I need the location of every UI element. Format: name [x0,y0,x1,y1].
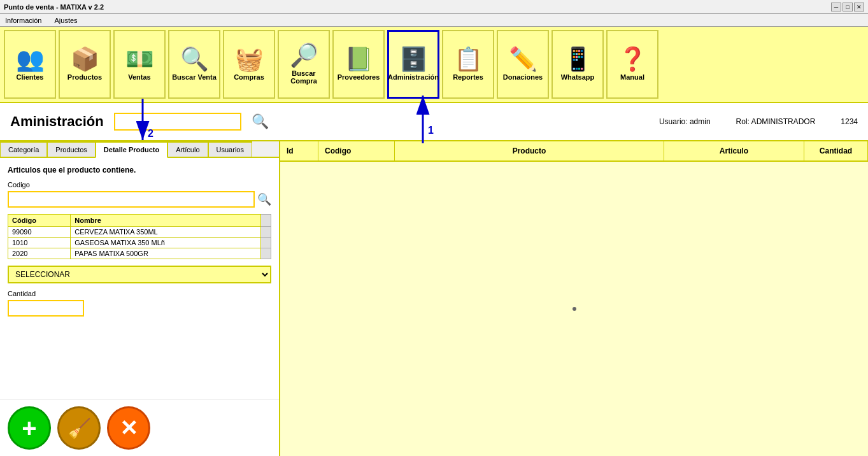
table-row[interactable]: 1010 GASEOSA MATIXA 350 MLñ [8,238,271,248]
add-icon: + [22,414,36,443]
ventas-icon: 💵 [125,48,154,71]
clean-icon: 🧹 [68,417,91,439]
cell-scroll [261,238,271,248]
cantidad-input[interactable] [8,300,84,317]
maximize-button[interactable]: □ [843,3,853,11]
menu-bar: Información Ajustes [0,14,868,27]
bottom-buttons: + 🧹 ✕ [0,399,279,456]
clean-button[interactable]: 🧹 [57,406,101,450]
cantidad-label: Cantidad [8,290,271,297]
add-button[interactable]: + [8,406,51,450]
main-content: Categoría Productos Detalle Producto Art… [0,141,868,456]
buscar-compra-icon: 🔎 [290,44,318,67]
proveedores-label: Proveedores [338,73,380,81]
col-header-nombre: Nombre [71,215,261,227]
cell-codigo: 99090 [8,227,71,238]
administracion-label: Administración [388,73,439,81]
empty-indicator [573,307,576,311]
proveedores-icon: 📗 [345,48,373,71]
toolbar-btn-proveedores[interactable]: 📗 Proveedores [332,30,385,99]
codigo-label: Codigo [8,181,271,189]
left-content: Articulos que el producto contiene. Codi… [0,158,279,399]
col-codigo: Codigo [318,141,395,160]
compras-icon: 🧺 [235,48,264,71]
manual-label: Manual [620,73,644,81]
codigo-input[interactable] [8,191,255,208]
cell-nombre: GASEOSA MATIXA 350 MLñ [71,238,261,248]
col-producto: Producto [395,141,664,160]
header-area: Aministración 🔍 Usuario: admin Rol: ADMI… [0,103,868,141]
col-header-codigo: Código [8,215,71,227]
col-articulo: Articulo [664,141,804,160]
menu-ajustes[interactable]: Ajustes [52,16,80,25]
donaciones-label: Donaciones [503,73,543,81]
section-title: Articulos que el producto contiene. [8,166,271,175]
toolbar-btn-donaciones[interactable]: ✏️ Donaciones [497,30,549,99]
user-code: 1234 [841,117,858,126]
col-cantidad: Cantidad [804,141,868,160]
whatsapp-label: Whatsapp [561,73,595,81]
col-id: Id [280,141,318,160]
right-body [280,162,868,456]
toolbar-btn-buscar-compra[interactable]: 🔎 Buscar Compra [278,30,330,99]
cell-codigo: 2020 [8,248,71,259]
productos-label: Productos [68,73,102,81]
menu-informacion[interactable]: Información [3,16,44,25]
header-search-icon[interactable]: 🔍 [252,113,269,130]
right-table-header: Id Codigo Producto Articulo Cantidad [280,141,868,162]
reportes-icon: 📋 [454,48,483,71]
table-row[interactable]: 2020 PAPAS MATIXA 500GR [8,248,271,259]
toolbar-btn-administracion[interactable]: 🗄️ Administración [387,30,439,99]
toolbar-btn-ventas[interactable]: 💵 Ventas [113,30,166,99]
cancel-icon: ✕ [120,415,138,441]
manual-icon: ❓ [618,48,647,71]
toolbar-btn-clientes[interactable]: 👥 Clientes [4,30,56,99]
toolbar-btn-reportes[interactable]: 📋 Reportes [442,30,494,99]
header-user-info: Usuario: admin Rol: ADMINISTRADOR 1234 [659,117,858,126]
administracion-icon: 🗄️ [399,48,428,71]
clientes-icon: 👥 [16,48,45,71]
buscar-venta-icon: 🔍 [180,48,209,71]
whatsapp-icon: 📱 [564,48,592,71]
compras-label: Compras [234,73,264,81]
toolbar-btn-compras[interactable]: 🧺 Compras [223,30,275,99]
tab-articulo[interactable]: Artículo [167,141,208,157]
table-row[interactable]: 99090 CERVEZA MATIXA 350ML [8,227,271,238]
window-controls[interactable]: ─ □ ✕ [831,3,864,11]
articulo-select[interactable]: SELECCIONAR [8,266,271,283]
tab-usuarios[interactable]: Usuarios [208,141,252,157]
codigo-search-button[interactable]: 🔍 [257,192,271,206]
close-button[interactable]: ✕ [854,3,864,11]
tab-detalle-producto[interactable]: Detalle Producto [96,141,167,158]
ventas-label: Ventas [128,73,150,81]
buscar-compra-label: Buscar Compra [281,69,326,85]
toolbar-btn-productos[interactable]: 📦 Productos [59,30,111,99]
cell-scroll [261,248,271,259]
app-title: Punto de venta - MATIXA v 2.2 [4,3,104,11]
tabs: Categoría Productos Detalle Producto Art… [0,141,279,158]
cell-codigo: 1010 [8,238,71,248]
reportes-label: Reportes [453,73,483,81]
left-panel: Categoría Productos Detalle Producto Art… [0,141,280,456]
cell-nombre: CERVEZA MATIXA 350ML [71,227,261,238]
cell-nombre: PAPAS MATIXA 500GR [71,248,261,259]
tab-productos[interactable]: Productos [47,141,96,157]
rol-label: Rol: ADMINISTRADOR [736,117,816,126]
scroll-col-header [261,215,271,227]
tab-categoria[interactable]: Categoría [0,141,47,157]
title-bar: Punto de venta - MATIXA v 2.2 ─ □ ✕ [0,0,868,14]
user-label: Usuario: admin [659,117,711,126]
toolbar-btn-manual[interactable]: ❓ Manual [606,30,658,99]
toolbar-btn-whatsapp[interactable]: 📱 Whatsapp [551,30,604,99]
product-table: Código Nombre 99090 CERVEZA MATIXA 350ML… [8,214,271,259]
cell-scroll [261,227,271,238]
toolbar-btn-buscar-venta[interactable]: 🔍 Buscar Venta [168,30,220,99]
minimize-button[interactable]: ─ [831,3,841,11]
donaciones-icon: ✏️ [509,48,537,71]
cancel-button[interactable]: ✕ [107,406,150,450]
header-search-input[interactable] [114,113,241,131]
buscar-venta-label: Buscar Venta [172,73,217,81]
right-panel: Id Codigo Producto Articulo Cantidad [280,141,868,456]
codigo-search-row: 🔍 [8,191,271,208]
productos-icon: 📦 [71,48,99,71]
